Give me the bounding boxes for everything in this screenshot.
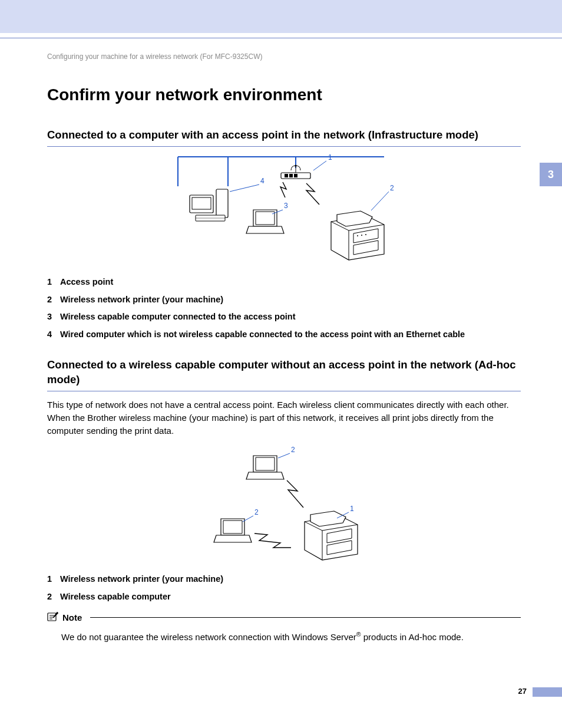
legend-infrastructure: 1Access point 2Wireless network printer … (47, 276, 521, 340)
legend-num: 4 (47, 329, 60, 341)
chapter-tab: 3 (540, 163, 562, 186)
diagram-label-2: 2 (390, 184, 394, 192)
svg-point-16 (365, 234, 366, 235)
legend-item: 3Wireless capable computer connected to … (47, 311, 521, 323)
svg-point-5 (295, 164, 297, 166)
legend-item: 2Wireless capable computer (47, 591, 521, 603)
legend-num: 3 (47, 311, 60, 323)
page-title: Confirm your network environment (47, 85, 521, 104)
svg-rect-2 (289, 174, 293, 177)
note-block: Note We do not guarantee the wireless ne… (47, 611, 521, 644)
note-header: Note (47, 611, 521, 624)
svg-point-15 (361, 235, 362, 236)
registered-mark: ® (356, 631, 361, 638)
note-label: Note (62, 612, 82, 622)
note-text: We do not guarantee the wireless network… (61, 630, 521, 644)
diagram-label-2a: 2 (291, 446, 295, 454)
legend-text: Wireless network printer (your machine) (60, 294, 223, 306)
note-rule (90, 617, 521, 618)
diagram-label-1: 1 (350, 505, 354, 513)
svg-rect-3 (294, 174, 297, 177)
note-pencil-icon (47, 611, 59, 624)
diagram-adhoc: 2 2 1 (47, 445, 521, 563)
legend-num: 2 (47, 294, 60, 306)
diagram-label-4: 4 (260, 177, 265, 185)
svg-rect-9 (216, 189, 228, 218)
svg-line-17 (371, 192, 389, 210)
diagram-label-2b: 2 (254, 508, 259, 516)
adhoc-paragraph: This type of network does not have a cen… (47, 398, 521, 437)
page-number: 27 (518, 687, 527, 696)
page-content: Configuring your machine for a wireless … (0, 38, 562, 644)
top-band (0, 0, 562, 33)
legend-item: 4Wired computer which is not wireless ca… (47, 329, 521, 341)
legend-item: 1Access point (47, 276, 521, 288)
section-heading-infrastructure: Connected to a computer with an access p… (47, 128, 521, 147)
diagram-infrastructure: 1 4 3 (47, 154, 521, 266)
legend-text: Wireless capable computer (60, 591, 171, 603)
legend-text: Access point (60, 276, 113, 288)
legend-num: 1 (47, 574, 60, 585)
diagram-label-1: 1 (328, 154, 332, 162)
svg-line-12 (230, 185, 259, 192)
section-heading-adhoc: Connected to a wireless capable computer… (47, 358, 521, 391)
legend-adhoc: 1Wireless network printer (your machine)… (47, 574, 521, 602)
svg-line-6 (313, 161, 326, 170)
legend-item: 1Wireless network printer (your machine) (47, 574, 521, 585)
page-number-band (533, 687, 562, 697)
legend-item: 2Wireless network printer (your machine) (47, 294, 521, 306)
legend-text: Wireless capable computer connected to t… (60, 311, 296, 323)
legend-text: Wired computer which is not wireless cap… (60, 329, 465, 341)
diagram-label-3: 3 (284, 202, 288, 210)
note-text-pre: We do not guarantee the wireless network… (61, 632, 356, 642)
breadcrumb: Configuring your machine for a wireless … (47, 52, 521, 61)
svg-rect-1 (285, 174, 288, 177)
svg-point-14 (357, 235, 358, 236)
legend-num: 1 (47, 276, 60, 288)
svg-line-18 (278, 453, 290, 458)
note-text-post: products in Ad-hoc mode. (361, 632, 464, 642)
legend-text: Wireless network printer (your machine) (60, 574, 223, 585)
legend-num: 2 (47, 591, 60, 603)
svg-rect-8 (192, 197, 211, 209)
